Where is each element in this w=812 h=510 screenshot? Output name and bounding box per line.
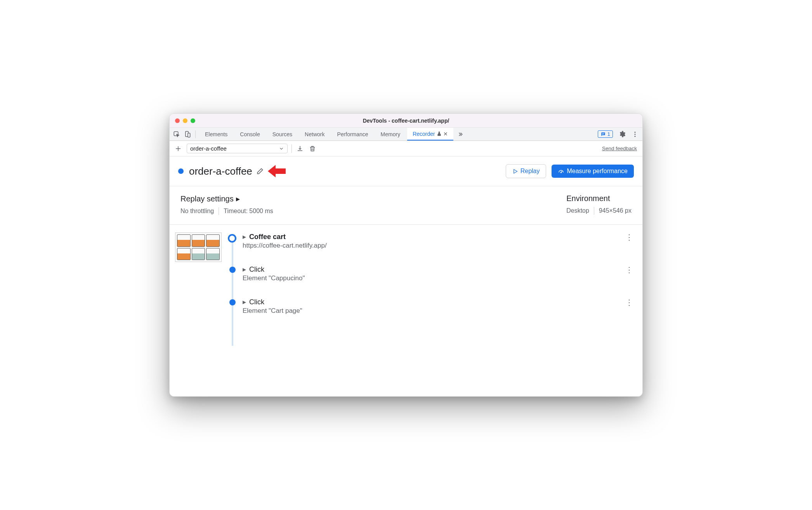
step-thumbnail <box>175 232 222 262</box>
tab-label: Console <box>240 131 260 137</box>
measure-button-label: Measure performance <box>567 168 628 175</box>
tab-label: Elements <box>205 131 227 137</box>
recorder-toolbar: order-a-coffee Send feedback <box>170 141 642 156</box>
inspect-element-icon[interactable] <box>173 130 180 138</box>
steps-area[interactable]: ▸Coffee cart https://coffee-cart.netlify… <box>170 225 642 396</box>
tab-sources[interactable]: Sources <box>267 128 298 141</box>
tab-memory[interactable]: Memory <box>375 128 406 141</box>
minimize-window-button[interactable] <box>183 118 187 123</box>
step-item[interactable]: ▸Click Element "Cappucino" ⋮ <box>227 265 642 282</box>
caret-right-icon: ▸ <box>243 232 246 241</box>
issues-count: 1 <box>607 131 610 137</box>
environment-label: Environment <box>566 194 610 203</box>
settings-row: Replay settings ▸ No throttling Timeout:… <box>170 186 642 225</box>
device-toolbar-icon[interactable] <box>184 130 191 138</box>
new-recording-button[interactable] <box>174 144 183 153</box>
svg-point-5 <box>635 132 636 133</box>
close-window-button[interactable] <box>175 118 180 123</box>
tab-label: Recorder <box>413 131 435 137</box>
replay-button-label: Replay <box>521 168 540 175</box>
zoom-window-button[interactable] <box>191 118 195 123</box>
environment-device: Desktop <box>566 207 589 214</box>
svg-rect-4 <box>602 134 604 134</box>
caret-right-icon: ▸ <box>236 194 240 203</box>
svg-rect-3 <box>602 133 604 134</box>
step-item[interactable]: ▸Coffee cart https://coffee-cart.netlify… <box>227 232 642 250</box>
environment-viewport: 945×546 px <box>599 207 632 214</box>
close-tab-icon[interactable]: ✕ <box>443 131 448 137</box>
svg-point-8 <box>561 172 562 173</box>
divider <box>594 207 594 215</box>
annotation-arrow-icon <box>267 163 286 179</box>
tab-console[interactable]: Console <box>234 128 265 141</box>
send-feedback-link[interactable]: Send feedback <box>602 146 637 151</box>
tab-label: Memory <box>381 131 401 137</box>
more-tabs-button[interactable] <box>455 128 466 141</box>
more-options-icon[interactable] <box>632 131 639 138</box>
edit-title-button[interactable] <box>256 167 264 175</box>
throttling-value: No throttling <box>180 208 214 215</box>
step-subtitle: Element "Cappucino" <box>243 274 625 282</box>
flask-icon <box>437 131 442 136</box>
step-title-text: Click <box>249 265 264 274</box>
tab-label: Network <box>305 131 324 137</box>
replay-settings-toggle[interactable]: Replay settings ▸ <box>180 194 566 203</box>
tab-label: Sources <box>272 131 292 137</box>
replay-settings-label: Replay settings <box>180 194 234 203</box>
tab-recorder[interactable]: Recorder ✕ <box>407 128 453 141</box>
svg-rect-2 <box>188 133 190 137</box>
recording-status-dot <box>178 168 184 174</box>
play-icon <box>512 168 518 174</box>
recording-title: order-a-coffee <box>189 165 252 177</box>
delete-button[interactable] <box>308 144 317 153</box>
step-menu-button[interactable]: ⋮ <box>625 232 642 250</box>
step-menu-button[interactable]: ⋮ <box>625 265 642 282</box>
issues-badge[interactable]: 1 <box>598 130 613 138</box>
tab-performance[interactable]: Performance <box>331 128 373 141</box>
step-title-text: Click <box>249 298 264 306</box>
svg-point-7 <box>635 135 636 137</box>
timeline-line <box>232 238 233 346</box>
window-title: DevTools - coffee-cart.netlify.app/ <box>363 118 449 124</box>
recording-select[interactable]: order-a-coffee <box>187 144 288 153</box>
steps-timeline: ▸Coffee cart https://coffee-cart.netlify… <box>227 232 642 330</box>
timeout-value: Timeout: 5000 ms <box>224 208 273 215</box>
export-button[interactable] <box>296 144 304 153</box>
chat-icon <box>600 132 606 137</box>
step-item[interactable]: ▸Click Element "Cart page" ⋮ <box>227 298 642 315</box>
measure-performance-button[interactable]: Measure performance <box>552 165 634 178</box>
tab-label: Performance <box>337 131 368 137</box>
step-menu-button[interactable]: ⋮ <box>625 298 642 315</box>
replay-button[interactable]: Replay <box>506 164 547 178</box>
step-marker <box>229 267 236 273</box>
step-subtitle: Element "Cart page" <box>243 307 625 315</box>
window-titlebar: DevTools - coffee-cart.netlify.app/ <box>170 114 642 128</box>
gauge-icon <box>558 168 564 175</box>
recording-select-value: order-a-coffee <box>190 145 227 152</box>
chevron-down-icon <box>279 146 284 151</box>
step-marker <box>228 234 236 243</box>
devtools-window: DevTools - coffee-cart.netlify.app/ Elem… <box>169 113 643 397</box>
panel-tabstrip: Elements Console Sources Network Perform… <box>170 128 642 141</box>
step-marker <box>229 299 236 305</box>
caret-right-icon: ▸ <box>243 265 246 274</box>
step-subtitle: https://coffee-cart.netlify.app/ <box>243 242 625 250</box>
traffic-lights <box>175 118 195 123</box>
tab-network[interactable]: Network <box>299 128 330 141</box>
divider <box>219 207 219 215</box>
tab-elements[interactable]: Elements <box>200 128 233 141</box>
svg-point-6 <box>635 134 636 135</box>
step-title-text: Coffee cart <box>249 233 286 241</box>
recording-header: order-a-coffee Replay Measure performanc… <box>170 156 642 186</box>
divider <box>291 144 292 153</box>
settings-icon[interactable] <box>618 130 626 138</box>
caret-right-icon: ▸ <box>243 298 246 306</box>
